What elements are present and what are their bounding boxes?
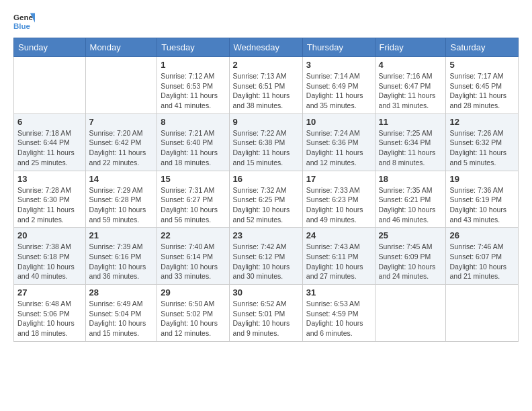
day-detail: Sunrise: 7:22 AM Sunset: 6:38 PM Dayligh… <box>233 128 299 168</box>
day-detail: Sunrise: 7:35 AM Sunset: 6:21 PM Dayligh… <box>379 185 443 225</box>
day-number: 21 <box>89 230 154 240</box>
day-detail: Sunrise: 7:39 AM Sunset: 6:16 PM Dayligh… <box>89 242 154 281</box>
calendar-cell: 6Sunrise: 7:18 AM Sunset: 6:44 PM Daylig… <box>14 113 86 171</box>
day-detail: Sunrise: 7:45 AM Sunset: 6:09 PM Dayligh… <box>379 242 443 281</box>
calendar-cell: 9Sunrise: 7:22 AM Sunset: 6:38 PM Daylig… <box>229 113 302 171</box>
day-number: 30 <box>233 287 299 298</box>
svg-text:Blue: Blue <box>13 22 31 30</box>
day-header-tuesday: Tuesday <box>157 38 229 57</box>
day-detail: Sunrise: 7:31 AM Sunset: 6:27 PM Dayligh… <box>161 185 225 225</box>
day-detail: Sunrise: 7:33 AM Sunset: 6:23 PM Dayligh… <box>306 185 371 225</box>
calendar-cell: 29Sunrise: 6:50 AM Sunset: 5:02 PM Dayli… <box>157 285 229 342</box>
calendar-cell: 31Sunrise: 6:53 AM Sunset: 4:59 PM Dayli… <box>302 285 375 342</box>
day-number: 11 <box>379 117 443 127</box>
day-detail: Sunrise: 6:49 AM Sunset: 5:04 PM Dayligh… <box>89 299 154 338</box>
day-detail: Sunrise: 7:16 AM Sunset: 6:47 PM Dayligh… <box>379 71 443 111</box>
day-header-saturday: Saturday <box>446 38 519 57</box>
day-detail: Sunrise: 6:53 AM Sunset: 4:59 PM Dayligh… <box>306 299 371 338</box>
day-number: 15 <box>161 174 225 184</box>
calendar-cell: 30Sunrise: 6:52 AM Sunset: 5:01 PM Dayli… <box>229 285 302 342</box>
day-number: 19 <box>449 174 515 184</box>
week-row-2: 6Sunrise: 7:18 AM Sunset: 6:44 PM Daylig… <box>14 113 519 171</box>
day-detail: Sunrise: 7:26 AM Sunset: 6:32 PM Dayligh… <box>449 128 515 168</box>
day-detail: Sunrise: 7:43 AM Sunset: 6:11 PM Dayligh… <box>306 242 371 281</box>
logo-icon: General Blue <box>13 11 35 32</box>
calendar-cell: 24Sunrise: 7:43 AM Sunset: 6:11 PM Dayli… <box>302 228 375 285</box>
day-number: 17 <box>306 174 371 184</box>
day-detail: Sunrise: 7:36 AM Sunset: 6:19 PM Dayligh… <box>449 185 515 225</box>
calendar-cell <box>14 57 86 114</box>
day-header-friday: Friday <box>375 38 446 57</box>
header-row: SundayMondayTuesdayWednesdayThursdayFrid… <box>14 38 519 57</box>
day-number: 12 <box>449 117 515 127</box>
day-number: 29 <box>161 287 225 298</box>
day-detail: Sunrise: 7:20 AM Sunset: 6:42 PM Dayligh… <box>89 128 154 168</box>
day-detail: Sunrise: 7:46 AM Sunset: 6:07 PM Dayligh… <box>449 242 515 281</box>
day-number: 5 <box>449 60 515 70</box>
header: General Blue <box>13 11 519 32</box>
day-number: 27 <box>17 287 82 298</box>
calendar-cell: 13Sunrise: 7:28 AM Sunset: 6:30 PM Dayli… <box>14 171 86 228</box>
calendar-cell <box>85 57 157 114</box>
day-detail: Sunrise: 7:14 AM Sunset: 6:49 PM Dayligh… <box>306 71 371 111</box>
day-detail: Sunrise: 6:50 AM Sunset: 5:02 PM Dayligh… <box>161 299 225 338</box>
calendar-cell: 17Sunrise: 7:33 AM Sunset: 6:23 PM Dayli… <box>302 171 375 228</box>
calendar-cell: 27Sunrise: 6:48 AM Sunset: 5:06 PM Dayli… <box>14 285 86 342</box>
week-row-3: 13Sunrise: 7:28 AM Sunset: 6:30 PM Dayli… <box>14 171 519 228</box>
day-number: 4 <box>379 60 443 70</box>
day-number: 18 <box>379 174 443 184</box>
day-detail: Sunrise: 7:18 AM Sunset: 6:44 PM Dayligh… <box>17 128 82 168</box>
page: General Blue SundayMondayTuesdayWednesda… <box>0 0 532 353</box>
week-row-5: 27Sunrise: 6:48 AM Sunset: 5:06 PM Dayli… <box>14 285 519 342</box>
day-number: 25 <box>379 230 443 240</box>
calendar-cell: 2Sunrise: 7:13 AM Sunset: 6:51 PM Daylig… <box>229 57 302 114</box>
day-detail: Sunrise: 7:12 AM Sunset: 6:53 PM Dayligh… <box>161 71 225 111</box>
day-number: 24 <box>306 230 371 240</box>
day-detail: Sunrise: 7:17 AM Sunset: 6:45 PM Dayligh… <box>449 71 515 111</box>
day-header-sunday: Sunday <box>14 38 86 57</box>
week-row-4: 20Sunrise: 7:38 AM Sunset: 6:18 PM Dayli… <box>14 228 519 285</box>
calendar-cell: 8Sunrise: 7:21 AM Sunset: 6:40 PM Daylig… <box>157 113 229 171</box>
day-detail: Sunrise: 7:24 AM Sunset: 6:36 PM Dayligh… <box>306 128 371 168</box>
calendar-cell: 28Sunrise: 6:49 AM Sunset: 5:04 PM Dayli… <box>85 285 157 342</box>
day-detail: Sunrise: 7:28 AM Sunset: 6:30 PM Dayligh… <box>17 185 82 225</box>
calendar-cell: 5Sunrise: 7:17 AM Sunset: 6:45 PM Daylig… <box>446 57 519 114</box>
day-number: 26 <box>449 230 515 240</box>
day-detail: Sunrise: 6:48 AM Sunset: 5:06 PM Dayligh… <box>17 299 82 338</box>
calendar-cell: 22Sunrise: 7:40 AM Sunset: 6:14 PM Dayli… <box>157 228 229 285</box>
day-number: 10 <box>306 117 371 127</box>
calendar-cell: 23Sunrise: 7:42 AM Sunset: 6:12 PM Dayli… <box>229 228 302 285</box>
day-detail: Sunrise: 6:52 AM Sunset: 5:01 PM Dayligh… <box>233 299 299 338</box>
calendar-cell: 25Sunrise: 7:45 AM Sunset: 6:09 PM Dayli… <box>375 228 446 285</box>
week-row-1: 1Sunrise: 7:12 AM Sunset: 6:53 PM Daylig… <box>14 57 519 114</box>
day-detail: Sunrise: 7:29 AM Sunset: 6:28 PM Dayligh… <box>89 185 154 225</box>
calendar-cell: 19Sunrise: 7:36 AM Sunset: 6:19 PM Dayli… <box>446 171 519 228</box>
day-number: 16 <box>233 174 299 184</box>
day-detail: Sunrise: 7:25 AM Sunset: 6:34 PM Dayligh… <box>379 128 443 168</box>
day-detail: Sunrise: 7:42 AM Sunset: 6:12 PM Dayligh… <box>233 242 299 281</box>
calendar-cell: 7Sunrise: 7:20 AM Sunset: 6:42 PM Daylig… <box>85 113 157 171</box>
calendar-cell: 26Sunrise: 7:46 AM Sunset: 6:07 PM Dayli… <box>446 228 519 285</box>
day-number: 8 <box>161 117 225 127</box>
day-number: 31 <box>306 287 371 298</box>
calendar-cell: 20Sunrise: 7:38 AM Sunset: 6:18 PM Dayli… <box>14 228 86 285</box>
day-detail: Sunrise: 7:40 AM Sunset: 6:14 PM Dayligh… <box>161 242 225 281</box>
day-number: 13 <box>17 174 82 184</box>
day-number: 14 <box>89 174 154 184</box>
day-number: 7 <box>89 117 154 127</box>
day-number: 20 <box>17 230 82 240</box>
calendar-cell: 21Sunrise: 7:39 AM Sunset: 6:16 PM Dayli… <box>85 228 157 285</box>
day-number: 2 <box>233 60 299 70</box>
calendar-cell: 1Sunrise: 7:12 AM Sunset: 6:53 PM Daylig… <box>157 57 229 114</box>
logo: General Blue <box>13 11 35 32</box>
calendar-cell: 18Sunrise: 7:35 AM Sunset: 6:21 PM Dayli… <box>375 171 446 228</box>
day-number: 28 <box>89 287 154 298</box>
calendar-cell: 16Sunrise: 7:32 AM Sunset: 6:25 PM Dayli… <box>229 171 302 228</box>
day-number: 9 <box>233 117 299 127</box>
calendar-cell <box>446 285 519 342</box>
day-header-monday: Monday <box>85 38 157 57</box>
day-header-thursday: Thursday <box>302 38 375 57</box>
calendar-cell: 11Sunrise: 7:25 AM Sunset: 6:34 PM Dayli… <box>375 113 446 171</box>
day-detail: Sunrise: 7:13 AM Sunset: 6:51 PM Dayligh… <box>233 71 299 111</box>
calendar-table: SundayMondayTuesdayWednesdayThursdayFrid… <box>13 38 519 342</box>
